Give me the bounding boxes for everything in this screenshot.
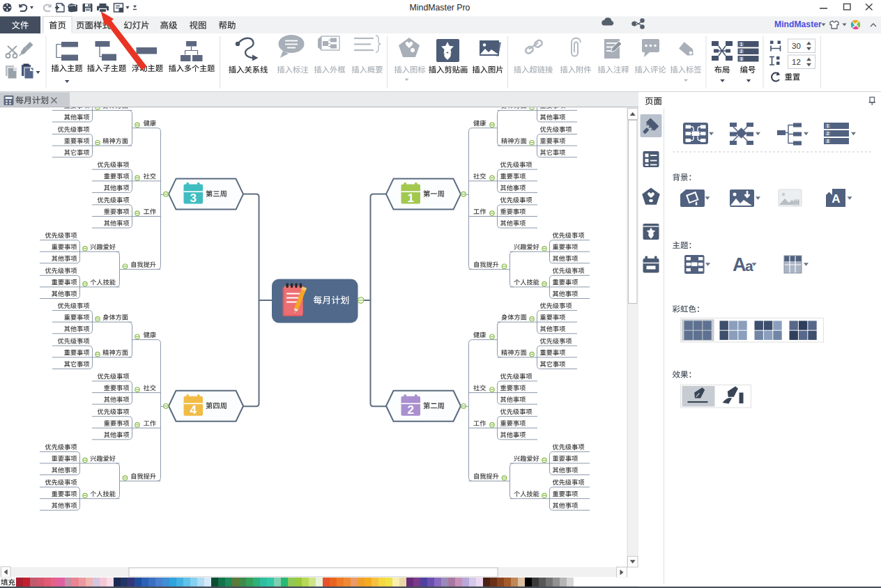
svg-text:4: 4 xyxy=(190,403,197,417)
svg-text:A: A xyxy=(733,254,746,275)
svg-text:MindMaster: MindMaster xyxy=(774,20,822,29)
svg-text:3: 3 xyxy=(740,56,743,61)
svg-text:3: 3 xyxy=(190,192,196,205)
svg-text:1: 1 xyxy=(740,42,743,47)
svg-text:2: 2 xyxy=(740,49,743,54)
svg-text:A: A xyxy=(832,192,840,206)
svg-text:a: a xyxy=(745,258,753,274)
svg-text:1: 1 xyxy=(407,192,413,205)
svg-text:MindMaster Pro: MindMaster Pro xyxy=(410,3,470,13)
svg-text:2: 2 xyxy=(407,403,413,417)
svg-text:3: 3 xyxy=(827,139,829,144)
svg-text:30: 30 xyxy=(792,42,801,50)
svg-text:2: 2 xyxy=(827,131,829,136)
svg-text:1: 1 xyxy=(827,123,829,128)
svg-text:12: 12 xyxy=(792,58,801,66)
